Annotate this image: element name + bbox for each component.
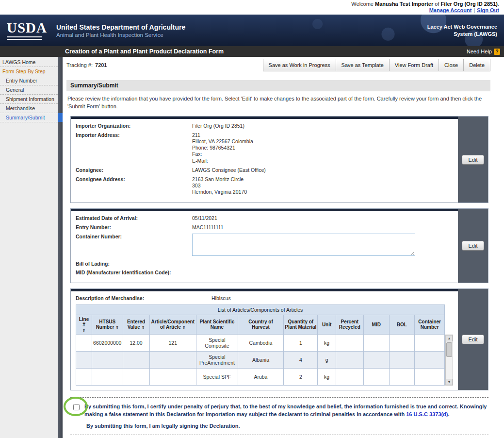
column-header-line-number[interactable]: Line #⇕ bbox=[76, 315, 92, 334]
field-label: Bill of Lading: bbox=[76, 261, 192, 267]
table-cell bbox=[389, 368, 415, 385]
usc-3373d-link[interactable]: 16 U.S.C 3373(d) bbox=[406, 411, 448, 417]
close-button[interactable]: Close bbox=[439, 59, 464, 71]
summary-panel-general: Importer Organization: Filer Org (Org ID… bbox=[70, 116, 488, 203]
field-label: MID (Manufacturer Identification Code): bbox=[76, 270, 192, 275]
column-header-quantity: Quantity of Plant Material bbox=[284, 315, 318, 334]
table-cell: kg bbox=[318, 334, 336, 351]
table-row: Special PreAmendment Albania 4 g bbox=[76, 351, 445, 368]
field-importer-organization: Importer Organization: Filer Org (Org ID… bbox=[76, 123, 453, 129]
sort-icon: ⇕ bbox=[82, 328, 86, 333]
table-cell: Aruba bbox=[238, 368, 283, 385]
column-header-mid: MID bbox=[363, 315, 389, 334]
certification-section: By submitting this form, I certify under… bbox=[70, 397, 488, 435]
help-icon[interactable]: ? bbox=[494, 49, 500, 55]
need-help-label: Need Help bbox=[467, 49, 492, 54]
column-header-htsus-number[interactable]: HTSUS Number ⇕ bbox=[92, 315, 123, 334]
panel-general-body: Importer Organization: Filer Org (Org ID… bbox=[71, 117, 458, 202]
edit-merchandise-button[interactable]: Edit bbox=[462, 335, 485, 344]
column-label: Line # bbox=[79, 317, 89, 327]
field-value: Hibiscus bbox=[211, 295, 231, 302]
field-label: Consignee: bbox=[76, 167, 192, 173]
table-cell bbox=[149, 351, 196, 368]
column-label: HTSUS Number bbox=[96, 319, 116, 330]
table-cell: 6602000000 bbox=[92, 334, 123, 351]
sidebar-item-lawgs-home[interactable]: LAWGS Home bbox=[0, 58, 58, 67]
panel-shipment-edit-strip: Edit bbox=[458, 209, 488, 282]
table-cell bbox=[336, 368, 363, 385]
articles-table-area: List of Articles/Components of Articles … bbox=[76, 304, 453, 386]
field-label: Estimated Date of Arrival: bbox=[76, 215, 192, 221]
of-text: of bbox=[433, 1, 440, 7]
org-name: Filer Org (Org ID 2851) bbox=[441, 1, 498, 7]
field-value: Filer Org (Org ID 2851) bbox=[192, 123, 244, 129]
column-header-country-of-harvest: Country of Harvest bbox=[238, 315, 283, 334]
sidebar-item-summary-submit[interactable]: Summary/Submit bbox=[0, 113, 58, 122]
delete-button[interactable]: Delete bbox=[463, 59, 490, 71]
sidebar: LAWGS Home Form Step By Step Entry Numbe… bbox=[0, 57, 58, 438]
manage-account-link[interactable]: Manage Account bbox=[429, 7, 472, 13]
container-number-textarea[interactable] bbox=[192, 234, 415, 256]
field-consignee-address: Consignee Address: 2163 San Moritz Circl… bbox=[76, 176, 453, 195]
table-cell bbox=[363, 351, 389, 368]
panel-merchandise-edit-strip: Edit bbox=[458, 289, 488, 390]
sidebar-item-entry-number[interactable]: Entry Number bbox=[0, 76, 58, 85]
department-name: United States Department of Agriculture bbox=[56, 23, 185, 31]
sidebar-item-shipment-information[interactable]: Shipment Information bbox=[0, 95, 58, 104]
need-help-link[interactable]: Need Help ? bbox=[467, 49, 500, 55]
column-header-unit: Unit bbox=[318, 315, 336, 334]
column-header-article-component[interactable]: Article/Component of Article ⇕ bbox=[149, 315, 196, 334]
table-row: 6602000000 12.00 121 Special Composite C… bbox=[76, 334, 445, 351]
scrollbar-thumb[interactable] bbox=[446, 342, 452, 357]
sidebar-item-general[interactable]: General bbox=[0, 85, 58, 95]
table-cell bbox=[336, 351, 363, 368]
column-header-entered-value[interactable]: Entered Value ⇕ bbox=[123, 315, 149, 334]
table-cell: Special Composite bbox=[196, 334, 238, 351]
field-value: LAWGS Consignee (East Office) bbox=[192, 167, 266, 173]
table-cell bbox=[363, 368, 389, 385]
tracking-value: 7201 bbox=[95, 62, 107, 68]
certify-checkbox[interactable] bbox=[73, 404, 80, 410]
table-cell: 121 bbox=[149, 334, 196, 351]
content: Tracking #:7201 Save as Work in Progress… bbox=[63, 57, 504, 438]
table-cell bbox=[92, 368, 123, 385]
field-value: 05/11/2021 bbox=[192, 215, 217, 221]
sidebar-item-merchandise[interactable]: Merchandise bbox=[0, 104, 58, 113]
table-cell bbox=[123, 351, 149, 368]
system-name-line2: System (LAWGS) bbox=[427, 31, 497, 38]
save-work-in-progress-button[interactable]: Save as Work in Progress bbox=[263, 59, 336, 71]
table-cell bbox=[363, 334, 389, 351]
instructions: Please review the information that you h… bbox=[67, 95, 489, 111]
view-form-draft-button[interactable]: View Form Draft bbox=[389, 59, 439, 71]
edit-shipment-button[interactable]: Edit bbox=[462, 241, 485, 251]
table-cell: 4 bbox=[284, 351, 318, 368]
sort-icon: ⇕ bbox=[142, 325, 145, 330]
certification-text-end: . bbox=[448, 411, 449, 417]
table-cell: Cambodia bbox=[238, 334, 283, 351]
tracking-number: Tracking #:7201 bbox=[66, 59, 107, 68]
table-title-row: List of Articles/Components of Articles bbox=[76, 304, 445, 315]
table-cell bbox=[76, 351, 92, 368]
table-cell: Albania bbox=[238, 351, 283, 368]
field-importer-address: Importer Address: 211 Ellicot, VA 22567 … bbox=[76, 132, 453, 164]
field-consignee: Consignee: LAWGS Consignee (East Office) bbox=[76, 167, 453, 173]
summary-panel-merchandise: Description of Merchandise: Hibiscus bbox=[70, 288, 488, 390]
table-cell: 12.00 bbox=[123, 334, 149, 351]
edit-general-button[interactable]: Edit bbox=[462, 155, 485, 165]
table-scrollbar[interactable]: ▲ ▼ bbox=[445, 335, 453, 386]
certification-statement: By submitting this form, I certify under… bbox=[84, 403, 488, 419]
table-cell bbox=[415, 351, 445, 368]
sidebar-item-form-step-by-step[interactable]: Form Step By Step bbox=[0, 67, 58, 76]
panel-merchandise-body: Description of Merchandise: Hibiscus bbox=[71, 289, 458, 390]
tracking-label: Tracking #: bbox=[66, 62, 93, 68]
save-as-template-button[interactable]: Save as Template bbox=[336, 59, 390, 71]
table-cell bbox=[389, 334, 415, 351]
sort-icon: ⇕ bbox=[182, 325, 186, 330]
usda-logo-stripes-icon bbox=[7, 36, 42, 40]
table-header-row: Line #⇕ HTSUS Number ⇕ Entered Value ⇕ A… bbox=[76, 315, 445, 334]
usda-logo-text: USDA bbox=[7, 21, 49, 35]
sign-out-link[interactable]: Sign Out bbox=[477, 7, 499, 13]
field-mid: MID (Manufacturer Identification Code): bbox=[76, 270, 453, 275]
scroll-down-icon[interactable]: ▼ bbox=[446, 379, 453, 385]
scroll-up-icon[interactable]: ▲ bbox=[446, 335, 453, 341]
